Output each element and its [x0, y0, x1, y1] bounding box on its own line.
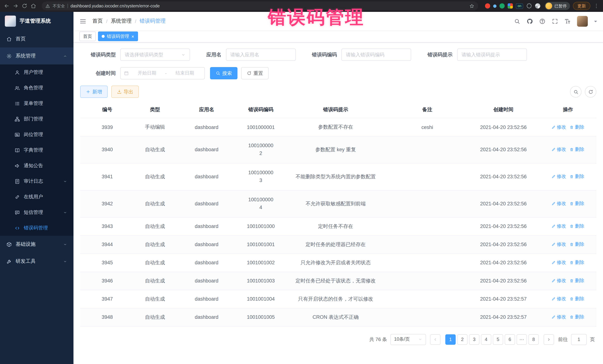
- sidebar-item[interactable]: 短信管理: [0, 205, 73, 220]
- delete-link[interactable]: 删除: [570, 241, 584, 248]
- browser-update-button[interactable]: 更新: [573, 2, 590, 10]
- tab-首页[interactable]: 首页: [79, 32, 96, 41]
- sidebar-item[interactable]: 首页: [0, 30, 73, 47]
- delete-link[interactable]: 删除: [570, 314, 584, 320]
- sidebar-item[interactable]: 用户管理: [0, 65, 73, 80]
- delete-link[interactable]: 删除: [570, 147, 584, 153]
- chevron-down-icon: [63, 210, 67, 214]
- extensions-puzzle-icon[interactable]: [526, 3, 532, 9]
- total-count: 共 76 条: [369, 336, 387, 343]
- export-button[interactable]: 导出: [111, 86, 139, 98]
- extension-icon[interactable]: [485, 3, 490, 9]
- font-size-icon[interactable]: [564, 18, 571, 24]
- error-code-input[interactable]: 请输入错误码编码: [341, 49, 411, 61]
- edit-link[interactable]: 修改: [552, 174, 566, 180]
- sidebar-item[interactable]: 角色管理: [0, 80, 73, 96]
- more-pages-button[interactable]: ···: [517, 334, 527, 344]
- edit-link[interactable]: 修改: [552, 147, 566, 153]
- error-type-select[interactable]: 请选择错误码类型: [120, 49, 190, 61]
- page-button-1[interactable]: 1: [445, 334, 456, 344]
- search-icon[interactable]: [514, 18, 520, 24]
- error-msg-input[interactable]: 请输入错误码提示: [457, 49, 527, 61]
- goto-page-input[interactable]: 1: [571, 334, 587, 345]
- edit-link[interactable]: 修改: [552, 241, 566, 248]
- cell-type: 自动生成: [134, 190, 176, 217]
- close-icon[interactable]: ×: [131, 34, 134, 39]
- sidebar-item[interactable]: 错误码管理: [0, 220, 73, 236]
- page-size-select[interactable]: 10条/页: [390, 334, 426, 345]
- delete-link[interactable]: 删除: [570, 223, 584, 230]
- refresh-table-button[interactable]: [585, 86, 596, 98]
- delete-link[interactable]: 删除: [570, 278, 584, 284]
- browser-home-icon[interactable]: [30, 3, 36, 9]
- edit-link[interactable]: 修改: [552, 278, 566, 284]
- table-row: 3946自动生成dashboard1001001003定时任务已经处于该状态，无…: [80, 272, 596, 290]
- breadcrumb-item[interactable]: 系统管理: [111, 18, 132, 24]
- delete-link[interactable]: 删除: [570, 124, 584, 130]
- cell-id: 3947: [80, 290, 134, 308]
- breadcrumb-item[interactable]: 首页: [93, 18, 103, 24]
- delete-link[interactable]: 删除: [570, 174, 584, 180]
- sidebar-item[interactable]: 系统管理: [0, 47, 73, 65]
- cell-time: 2021-04-20 23:52:56: [467, 118, 539, 136]
- app-name-input[interactable]: 请输入应用名: [226, 49, 296, 61]
- sidebar-item[interactable]: 通知公告: [0, 158, 73, 174]
- avatar-caret-icon[interactable]: [594, 21, 597, 24]
- user-avatar[interactable]: [577, 16, 588, 26]
- edit-link[interactable]: 修改: [552, 296, 566, 302]
- edit-link[interactable]: 修改: [552, 259, 566, 266]
- next-page-button[interactable]: [544, 334, 554, 344]
- page-button-2[interactable]: 2: [457, 334, 468, 344]
- profile-badge-label: 已暂停: [554, 3, 567, 9]
- sidebar-item[interactable]: 在线用户: [0, 189, 73, 205]
- extension-badge[interactable]: on: [516, 3, 523, 9]
- browser-forward-icon[interactable]: [13, 3, 19, 9]
- tab-错误码管理[interactable]: 错误码管理×: [98, 32, 138, 41]
- address-bar[interactable]: 不安全 dashboard.yudao.iocoder.cn/system/er…: [42, 1, 478, 10]
- page-button-5[interactable]: 5: [493, 334, 503, 344]
- delete-link[interactable]: 删除: [570, 296, 584, 302]
- browser-back-icon[interactable]: [4, 3, 10, 9]
- search-button[interactable]: 搜索: [210, 67, 237, 79]
- add-button[interactable]: 新增: [80, 86, 108, 98]
- sidebar-item[interactable]: 审计日志: [0, 174, 73, 189]
- hamburger-icon[interactable]: [79, 18, 86, 25]
- sidebar-item[interactable]: 研发工具: [0, 253, 73, 270]
- edit-link[interactable]: 修改: [552, 223, 566, 230]
- date-range-picker[interactable]: 开始日期 - 结束日期: [120, 67, 205, 79]
- page-button-4[interactable]: 4: [481, 334, 491, 344]
- browser-menu-icon[interactable]: [593, 3, 599, 9]
- reset-button[interactable]: 重置: [241, 67, 269, 79]
- help-icon[interactable]: [539, 18, 545, 24]
- prev-page-button[interactable]: [430, 334, 441, 344]
- browser-reload-icon[interactable]: [22, 3, 27, 9]
- delete-link[interactable]: 删除: [570, 200, 584, 207]
- extension-icon[interactable]: [535, 3, 540, 9]
- cell-type: 手动编辑: [134, 118, 176, 136]
- omnibox-divider: [68, 4, 68, 8]
- edit-link[interactable]: 修改: [552, 200, 566, 207]
- sidebar-item[interactable]: 部门管理: [0, 111, 73, 127]
- sidebar-item[interactable]: 字典管理: [0, 142, 73, 158]
- users-icon: [14, 85, 20, 91]
- extension-icon[interactable]: [493, 4, 497, 8]
- bookmark-star-icon[interactable]: [469, 3, 475, 9]
- page-button-3[interactable]: 3: [469, 334, 479, 344]
- edit-link[interactable]: 修改: [552, 314, 566, 320]
- delete-link[interactable]: 删除: [570, 259, 584, 266]
- edit-link[interactable]: 修改: [552, 124, 566, 130]
- sidebar-item[interactable]: 基础设施: [0, 236, 73, 253]
- fullscreen-icon[interactable]: [552, 18, 558, 24]
- browser-profile-chip[interactable]: 已暂停: [545, 2, 570, 10]
- toggle-search-button[interactable]: [570, 86, 581, 98]
- page-button-8[interactable]: 8: [528, 334, 539, 344]
- sidebar-item[interactable]: 菜单管理: [0, 96, 73, 111]
- extension-icon[interactable]: [508, 3, 513, 9]
- cell-type: 自动生成: [134, 163, 176, 190]
- app-logo[interactable]: 芋道管理系统: [0, 12, 73, 30]
- sidebar-item[interactable]: 岗位管理: [0, 127, 73, 142]
- page-button-6[interactable]: 6: [505, 334, 515, 344]
- end-date-placeholder: 结束日期: [168, 70, 201, 76]
- extension-icon[interactable]: [499, 3, 505, 9]
- github-icon[interactable]: [527, 18, 533, 24]
